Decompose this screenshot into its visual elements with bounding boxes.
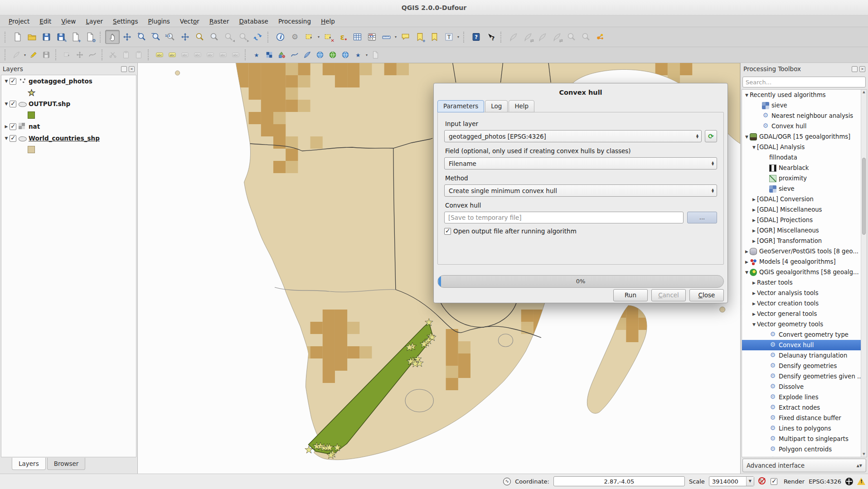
messages-warning-icon[interactable] bbox=[857, 478, 865, 485]
tree-item-convert-geometry[interactable]: Convert geometry type bbox=[742, 329, 861, 340]
layer-item-nat[interactable]: ▶ nat bbox=[1, 121, 136, 132]
expander-icon[interactable]: ▶ bbox=[3, 124, 10, 129]
measure-dropdown-icon[interactable]: ▾ bbox=[393, 35, 398, 39]
zoom-to-layer-button[interactable] bbox=[207, 30, 221, 44]
cut-features-button[interactable] bbox=[107, 49, 120, 61]
coordinate-input[interactable] bbox=[553, 476, 685, 486]
menu-database[interactable]: Database bbox=[234, 16, 273, 26]
method-select[interactable]: Create single minimum convex hull ▲▼ bbox=[444, 184, 717, 197]
zoom-next-button[interactable]: ▸ bbox=[236, 30, 250, 44]
new-composer-button[interactable]: ＋ bbox=[68, 30, 82, 44]
interface-mode-select[interactable]: Advanced interface ▲▼ bbox=[742, 459, 866, 472]
label-move-rotate-button[interactable] bbox=[204, 49, 217, 61]
interpolation-button[interactable] bbox=[288, 49, 301, 61]
annotation-dropdown-icon[interactable]: ▾ bbox=[456, 35, 461, 39]
scrollbar-thumb[interactable] bbox=[862, 158, 866, 235]
topology-checker-button[interactable] bbox=[250, 49, 263, 61]
tree-item-polygonize[interactable]: Polygonize bbox=[742, 455, 861, 457]
add-feature-button[interactable] bbox=[61, 49, 73, 61]
menu-raster[interactable]: Raster bbox=[204, 16, 234, 26]
scroll-down-icon[interactable]: ▼ bbox=[861, 452, 867, 457]
tree-group-recent[interactable]: ▼Recently used algorithms bbox=[742, 90, 861, 100]
scale-select[interactable]: 3914000 ▼ bbox=[709, 476, 754, 486]
node-tool-button[interactable] bbox=[86, 49, 99, 61]
tree-item-sieve[interactable]: sieve bbox=[742, 100, 861, 111]
tree-group-gdal-ogr[interactable]: ▼GDAL/OGR [15 geoalgorithms] bbox=[742, 131, 861, 142]
tree-item-convex-hull-recent[interactable]: Convex hull bbox=[742, 121, 861, 131]
menu-view[interactable]: View bbox=[56, 16, 81, 26]
whats-this-button[interactable] bbox=[483, 30, 498, 44]
panel-float-icon[interactable] bbox=[852, 66, 858, 72]
tree-item-convex-hull-selected[interactable]: Convex hull bbox=[742, 340, 861, 350]
label-change-button[interactable] bbox=[217, 49, 229, 61]
tree-group-vector-geometry[interactable]: ▼Vector geometry tools bbox=[742, 319, 861, 329]
tree-group-gdal-analysis[interactable]: ▼[GDAL] Analysis bbox=[742, 142, 861, 152]
expander-icon[interactable]: ▼ bbox=[3, 102, 10, 106]
toolbar-handle[interactable] bbox=[5, 49, 9, 60]
diagram-button[interactable] bbox=[578, 30, 593, 44]
menu-settings[interactable]: Settings bbox=[108, 16, 143, 26]
web-service-2-button[interactable] bbox=[339, 49, 352, 61]
tree-group-vector-general[interactable]: ▶Vector general tools bbox=[742, 309, 861, 319]
iterate-layer-button[interactable]: ⟳ bbox=[705, 130, 717, 142]
select-features-button[interactable] bbox=[302, 30, 316, 44]
zoom-out-button[interactable]: − bbox=[149, 30, 163, 44]
plugin-molecule-button[interactable] bbox=[593, 30, 607, 44]
gps-tools-button[interactable] bbox=[352, 49, 364, 61]
save-project-button[interactable] bbox=[39, 30, 53, 44]
tree-group-geoserver[interactable]: ▶GeoServer/PostGIS tools [8 geo... bbox=[742, 246, 861, 257]
tree-item-dissolve[interactable]: Dissolve bbox=[742, 382, 861, 392]
expander-icon[interactable]: ▼ bbox=[3, 136, 10, 140]
new-project-button[interactable] bbox=[10, 30, 24, 44]
label-pin-button[interactable] bbox=[506, 30, 520, 44]
menu-help[interactable]: Help bbox=[316, 16, 340, 26]
tree-item-multipart[interactable]: Multipart to singleparts bbox=[742, 434, 861, 444]
label-pin-unpin-button[interactable] bbox=[179, 49, 191, 61]
tree-group-qgis-algs[interactable]: ▼QGIS geoalgorithms [58 geoalg... bbox=[742, 267, 861, 277]
menu-project[interactable]: Project bbox=[4, 16, 34, 26]
tree-group-raster-tools[interactable]: ▶Raster tools bbox=[742, 277, 861, 288]
extra-tool-button[interactable] bbox=[369, 49, 382, 61]
zoom-native-button[interactable]: 1:1 bbox=[163, 30, 178, 44]
zoom-to-selection-button[interactable] bbox=[192, 30, 207, 44]
pan-map-button[interactable] bbox=[105, 30, 120, 44]
layer-checkbox[interactable] bbox=[10, 101, 16, 107]
pan-to-selection-button[interactable] bbox=[120, 30, 134, 44]
tab-browser[interactable]: Browser bbox=[47, 458, 86, 470]
save-edits-button[interactable] bbox=[40, 49, 53, 61]
paste-features-button[interactable] bbox=[132, 49, 145, 61]
label-properties-button[interactable] bbox=[564, 30, 578, 44]
panel-float-icon[interactable] bbox=[121, 66, 127, 72]
label-rotate2-button[interactable] bbox=[229, 49, 242, 61]
tree-item-delaunay[interactable]: Delaunay triangulation bbox=[742, 350, 861, 361]
tree-item-fillnodata[interactable]: fillnodata bbox=[742, 152, 861, 163]
layer-item-world-countries[interactable]: ▼ World_countries_shp bbox=[1, 132, 136, 144]
tree-item-densify[interactable]: Densify geometries bbox=[742, 361, 861, 371]
tab-help[interactable]: Help bbox=[509, 100, 534, 112]
tree-item-polygon-centroids[interactable]: Polygon centroids bbox=[742, 444, 861, 455]
layer-checkbox[interactable] bbox=[10, 135, 16, 142]
toolbox-search-input[interactable] bbox=[742, 77, 866, 87]
field-calculator-button[interactable] bbox=[364, 30, 379, 44]
label-highlight-button[interactable] bbox=[191, 49, 204, 61]
tab-parameters[interactable]: Parameters bbox=[437, 100, 484, 112]
toolbar-handle[interactable] bbox=[500, 32, 504, 43]
current-edits-button[interactable] bbox=[10, 49, 23, 61]
tree-group-ogr-transformation[interactable]: ▶[OGR] Transformation bbox=[742, 236, 861, 246]
map-tips-button[interactable] bbox=[398, 30, 412, 44]
panel-close-icon[interactable]: × bbox=[859, 66, 865, 72]
menu-vector[interactable]: Vector bbox=[175, 16, 204, 26]
label-settings-button[interactable] bbox=[166, 49, 179, 61]
scale-lock-icon[interactable]: ✎ bbox=[758, 477, 766, 485]
web-service-green-button[interactable] bbox=[326, 49, 339, 61]
terrain-analysis-button[interactable] bbox=[301, 49, 314, 61]
tree-group-models[interactable]: ▶Models [4 geoalgorithms] bbox=[742, 257, 861, 267]
tree-group-gdal-conversion[interactable]: ▶[GDAL] Conversion bbox=[742, 194, 861, 204]
label-rotate-button[interactable]: ⇄ bbox=[549, 30, 564, 44]
label-move-button[interactable] bbox=[535, 30, 549, 44]
zoom-in-button[interactable]: ＋ bbox=[134, 30, 149, 44]
cancel-button[interactable]: Cancel bbox=[651, 289, 686, 301]
new-bookmark-button[interactable]: ＋ bbox=[412, 30, 427, 44]
tree-item-lines-to-polygons[interactable]: Lines to polygons bbox=[742, 423, 861, 434]
select-dropdown-icon[interactable]: ▾ bbox=[316, 35, 321, 39]
